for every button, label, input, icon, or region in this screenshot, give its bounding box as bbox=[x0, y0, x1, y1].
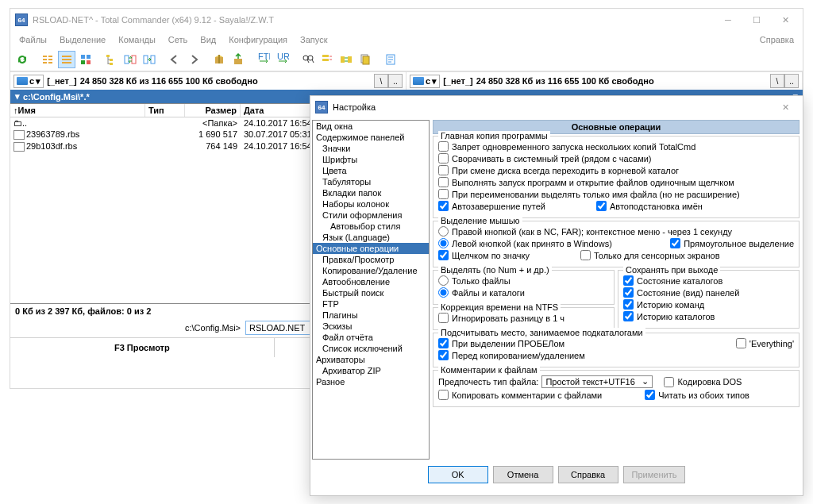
close-icon[interactable]: ✕ bbox=[771, 98, 800, 117]
tree-item[interactable]: Цвета bbox=[313, 165, 429, 176]
tree-item[interactable]: Эскизы bbox=[313, 321, 429, 332]
root-button[interactable]: \ bbox=[770, 74, 784, 88]
tree-icon[interactable] bbox=[102, 51, 120, 68]
tree-item[interactable]: FTP bbox=[313, 298, 429, 310]
tree-item[interactable]: Разное bbox=[313, 376, 429, 387]
view-full-icon[interactable] bbox=[58, 51, 75, 68]
tree-item[interactable]: Правка/Просмотр bbox=[313, 254, 429, 265]
forward-icon[interactable] bbox=[185, 51, 202, 68]
maximize-button[interactable]: ☐ bbox=[742, 10, 771, 29]
col-size[interactable]: Размер bbox=[185, 104, 241, 117]
chk-click-icon[interactable]: Щелчком по значку bbox=[438, 250, 530, 260]
multirename-icon[interactable] bbox=[318, 51, 336, 68]
menu-net[interactable]: Сеть bbox=[163, 33, 193, 47]
chk-single-click-open[interactable]: Выполнять запуск программ и открытие фай… bbox=[438, 177, 794, 187]
f3-view[interactable]: F3 Просмотр bbox=[10, 338, 275, 357]
col-type[interactable]: Тип bbox=[145, 104, 185, 117]
ftp-url-icon[interactable]: URL bbox=[274, 51, 291, 68]
select-comment-type[interactable]: Простой текст+UTF16 bbox=[541, 375, 653, 388]
chk-dos-encoding[interactable]: Кодировка DOS bbox=[664, 377, 742, 387]
view-brief-icon[interactable] bbox=[39, 51, 56, 68]
rad-left-button[interactable]: Левой кнопкой (как принято в Windows) bbox=[438, 238, 612, 248]
tree-item[interactable]: Наборы колонок bbox=[313, 198, 429, 210]
chk-root-on-drive-change[interactable]: При смене диска всегда переходить в корн… bbox=[438, 165, 794, 175]
tree-item[interactable]: Автообновление bbox=[313, 276, 429, 287]
chk-rect-selection[interactable]: Прямоугольное выделение bbox=[670, 238, 794, 248]
pack-icon[interactable] bbox=[210, 51, 228, 68]
cancel-button[interactable]: Отмена bbox=[493, 466, 553, 483]
apply-button[interactable]: Применить bbox=[623, 466, 686, 483]
tree-item[interactable]: Значки bbox=[313, 143, 429, 154]
rad-files-and-dirs[interactable]: Файлы и каталоги bbox=[438, 287, 609, 298]
chk-save-cmd-history[interactable]: Историю команд bbox=[623, 299, 794, 310]
settings-titlebar: 64 Настройка ✕ bbox=[310, 96, 803, 118]
chk-on-space[interactable]: При выделении ПРОБЕЛом bbox=[438, 338, 564, 348]
sync-dirs-icon[interactable] bbox=[337, 51, 355, 68]
chk-save-dir-history[interactable]: Историю каталогов bbox=[623, 311, 794, 321]
chk-save-panels[interactable]: Состояние (вид) панелей bbox=[623, 287, 794, 298]
chk-before-copy[interactable]: Перед копированием/удалением bbox=[438, 350, 794, 360]
rad-right-button[interactable]: Правой кнопкой (как в NC, FAR); контекст… bbox=[438, 226, 794, 237]
parent-button[interactable]: .. bbox=[388, 74, 403, 88]
menu-view[interactable]: Вид bbox=[195, 33, 222, 47]
tree-item[interactable]: Стили оформления bbox=[313, 210, 429, 221]
chk-autocomplete-paths[interactable]: Автозавершение путей bbox=[438, 201, 545, 211]
swap-panels-icon[interactable] bbox=[121, 51, 139, 68]
tree-item[interactable]: Табуляторы bbox=[313, 176, 429, 187]
tree-item[interactable]: Вид окна bbox=[313, 121, 429, 132]
copy-names-icon[interactable] bbox=[356, 51, 374, 68]
tree-item[interactable]: Содержимое панелей bbox=[313, 132, 429, 143]
menu-help[interactable]: Справка bbox=[754, 33, 800, 47]
drive-button-left[interactable]: c▾ bbox=[13, 75, 44, 88]
settings-tree[interactable]: Вид окнаСодержимое панелейЗначкиШрифтыЦв… bbox=[312, 120, 430, 460]
tree-item[interactable]: Плагины bbox=[313, 310, 429, 321]
minimize-button[interactable]: ─ bbox=[714, 10, 742, 29]
tree-item[interactable]: Архиватор ZIP bbox=[313, 365, 429, 376]
svg-rect-32 bbox=[363, 56, 369, 64]
tree-item[interactable]: Вкладки папок bbox=[313, 187, 429, 198]
tree-item[interactable]: Быстрый поиск bbox=[313, 287, 429, 298]
parent-button[interactable]: .. bbox=[784, 74, 799, 88]
notepad-icon[interactable] bbox=[382, 51, 399, 68]
chk-everything[interactable]: 'Everything' bbox=[736, 338, 794, 348]
refresh-icon[interactable] bbox=[13, 51, 31, 68]
search-icon[interactable] bbox=[299, 51, 317, 68]
chk-touch-only[interactable]: Только для сенсорных экранов bbox=[580, 250, 720, 260]
chk-autosuggest-names[interactable]: Автоподстановка имён bbox=[596, 201, 703, 211]
back-icon[interactable] bbox=[166, 51, 183, 68]
settings-title: Настройка bbox=[333, 102, 771, 112]
chk-copy-comments[interactable]: Копировать комментарии с файлами bbox=[438, 390, 602, 400]
tree-item[interactable]: Язык (Language) bbox=[313, 232, 429, 243]
menu-commands[interactable]: Команды bbox=[113, 33, 161, 47]
col-name[interactable]: ↑Имя bbox=[10, 104, 145, 117]
tree-item[interactable]: Список исключений bbox=[313, 343, 429, 354]
chk-save-dirs[interactable]: Состояние каталогов bbox=[623, 275, 794, 286]
chk-ignore-1h[interactable]: Игнорировать разницу в 1 ч bbox=[438, 313, 609, 323]
tree-item[interactable]: Файл отчёта bbox=[313, 332, 429, 343]
ftp-connect-icon[interactable]: FTP bbox=[255, 51, 272, 68]
chk-tray[interactable]: Сворачивать в системный трей (рядом с ча… bbox=[438, 153, 794, 164]
menu-launch[interactable]: Запуск bbox=[295, 33, 333, 47]
ok-button[interactable]: OK bbox=[428, 466, 488, 483]
tree-item[interactable]: Шрифты bbox=[313, 154, 429, 165]
close-button[interactable]: ✕ bbox=[771, 10, 800, 29]
view-thumbs-icon[interactable] bbox=[77, 51, 94, 68]
drive-button-right[interactable]: c▾ bbox=[410, 75, 440, 88]
svg-rect-30 bbox=[348, 56, 352, 63]
tree-item[interactable]: Основные операции bbox=[313, 243, 429, 254]
chk-read-both[interactable]: Читать из обоих типов bbox=[645, 390, 749, 400]
chk-rename-name-only[interactable]: При переименовании выделять только имя ф… bbox=[438, 189, 794, 199]
menu-selection[interactable]: Выделение bbox=[54, 33, 111, 47]
rad-files-only[interactable]: Только файлы bbox=[438, 275, 609, 286]
menu-files[interactable]: Файлы bbox=[13, 33, 52, 47]
tree-item[interactable]: Копирование/Удаление bbox=[313, 265, 429, 276]
tree-item[interactable]: Автовыбор стиля bbox=[313, 221, 429, 232]
unpack-icon[interactable] bbox=[229, 51, 247, 68]
menu-config[interactable]: Конфигурация bbox=[223, 33, 293, 47]
settings-dialog: 64 Настройка ✕ Вид окнаСодержимое панеле… bbox=[310, 95, 803, 496]
tree-item[interactable]: Архиваторы bbox=[313, 354, 429, 365]
root-button[interactable]: \ bbox=[374, 74, 388, 88]
help-button[interactable]: Справка bbox=[558, 466, 618, 483]
target-equals-source-icon[interactable] bbox=[141, 51, 158, 68]
chk-single-instance[interactable]: Запрет одновременного запуска нескольких… bbox=[438, 141, 794, 152]
